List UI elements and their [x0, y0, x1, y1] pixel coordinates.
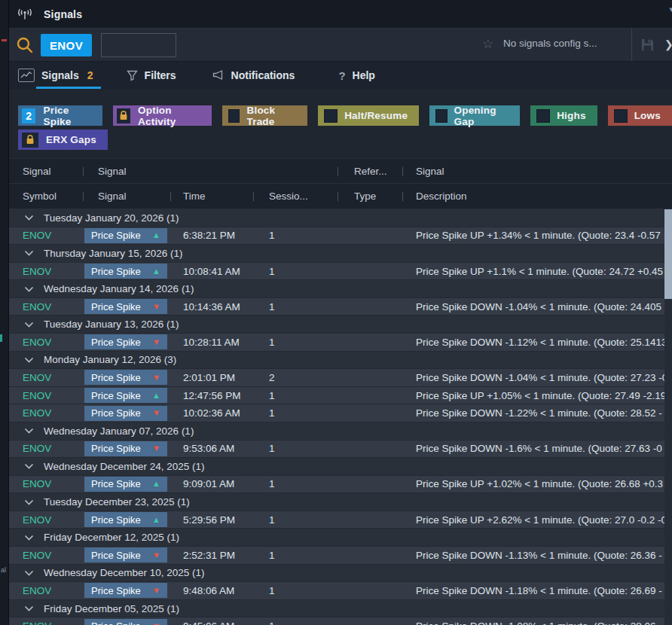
- signal-ref-type: [338, 441, 402, 458]
- signal-symbol: ENOV: [9, 547, 83, 564]
- filter-chip-lows[interactable]: Lows: [608, 105, 672, 126]
- price-spike-chip[interactable]: Price Spike▲: [84, 477, 167, 492]
- date-group-label: Wednesday January 14, 2026 (1): [44, 283, 194, 294]
- signal-time: 12:47:56 PM: [170, 387, 253, 404]
- scrollbar-thumb[interactable]: [664, 209, 672, 299]
- price-spike-chip[interactable]: Price Spike▼: [84, 441, 167, 456]
- signal-row[interactable]: ENOVPrice Spike▼9:48:06 AM1Price Spike D…: [9, 582, 672, 600]
- chevron-down-icon[interactable]: [24, 322, 34, 328]
- signal-session: 1: [253, 617, 338, 625]
- chevron-down-icon[interactable]: [24, 463, 34, 469]
- tab-help[interactable]: ? Help: [338, 62, 375, 89]
- signal-row[interactable]: ENOVPrice Spike▼2:01:01 PM2Price Spike D…: [9, 369, 672, 387]
- date-group-row[interactable]: Wednesday January 14, 2026 (1): [9, 280, 672, 298]
- filter-checkbox[interactable]: [228, 109, 240, 123]
- chevron-down-icon[interactable]: [24, 357, 34, 363]
- signal-row[interactable]: ENOVPrice Spike▲10:08:41 AM1Price Spike …: [9, 263, 672, 281]
- header-session[interactable]: Sessio...: [253, 184, 338, 209]
- lock-icon: [22, 133, 38, 148]
- filter-checkbox[interactable]: [324, 109, 338, 123]
- star-icon[interactable]: ☆: [482, 36, 493, 53]
- header-reference[interactable]: Refer...: [338, 159, 402, 183]
- date-group-label: Thursday January 15, 2026 (1): [44, 248, 183, 259]
- header-signal-group[interactable]: Signal: [83, 159, 338, 183]
- date-group-row[interactable]: Tuesday January 13, 2026 (1): [9, 316, 672, 334]
- price-spike-chip[interactable]: Price Spike▲: [84, 264, 167, 279]
- price-spike-chip[interactable]: Price Spike▼: [84, 406, 167, 421]
- header-signal-group[interactable]: Signal: [402, 159, 672, 183]
- signal-time: 10:14:36 AM: [170, 298, 253, 316]
- price-spike-chip[interactable]: Price Spike▼: [84, 619, 167, 625]
- signal-row[interactable]: ENOVPrice Spike▼10:28:11 AM1Price Spike …: [9, 334, 672, 352]
- background-window-sliver: al: [0, 0, 9, 625]
- filter-chip-opening-gap[interactable]: Opening Gap: [429, 105, 520, 126]
- date-group-row[interactable]: Tuesday December 23, 2025 (1): [9, 493, 672, 511]
- signal-row[interactable]: ENOVPrice Spike▲5:29:56 PM1Price Spike U…: [9, 511, 672, 529]
- price-spike-chip[interactable]: Price Spike▼: [84, 583, 167, 598]
- vertical-scrollbar[interactable]: [664, 209, 672, 625]
- tab-notifications[interactable]: Notifications: [212, 62, 295, 89]
- price-spike-chip[interactable]: Price Spike▼: [84, 299, 167, 314]
- chevron-down-icon[interactable]: [24, 499, 34, 505]
- background-teal-mark: [0, 334, 2, 342]
- date-group-row[interactable]: Wednesday December 10, 2025 (1): [9, 565, 672, 583]
- header-signal-group[interactable]: Signal: [9, 159, 83, 183]
- chevron-down-icon[interactable]: [24, 250, 34, 256]
- price-spike-chip[interactable]: Price Spike▲: [84, 228, 167, 243]
- signal-row[interactable]: ENOVPrice Spike▲9:09:01 AM1Price Spike U…: [9, 476, 672, 494]
- signal-row[interactable]: ENOVPrice Spike▼10:02:36 AM1Price Spike …: [9, 404, 672, 422]
- date-group-row[interactable]: Tuesday January 20, 2026 (1): [9, 209, 672, 227]
- date-group-row[interactable]: Thursday January 15, 2026 (1): [9, 245, 672, 263]
- price-spike-chip[interactable]: Price Spike▲: [84, 388, 167, 403]
- signal-type-cell: Price Spike▲: [83, 476, 170, 493]
- filter-checkbox[interactable]: [614, 109, 628, 123]
- tab-signals[interactable]: Signals 2: [18, 62, 93, 89]
- chevron-down-icon[interactable]: [24, 428, 34, 434]
- filter-chip-price-spike[interactable]: 2Price Spike: [18, 105, 102, 126]
- save-icon[interactable]: [640, 38, 655, 55]
- filter-chip-option-activity[interactable]: Option Activity: [113, 105, 212, 126]
- search-input[interactable]: [101, 33, 176, 57]
- header-description[interactable]: Description: [402, 184, 672, 209]
- chevron-down-icon[interactable]: [24, 535, 34, 541]
- filter-chip-erx-gaps[interactable]: ERX Gaps: [18, 130, 108, 150]
- price-spike-chip[interactable]: Price Spike▲: [84, 512, 167, 527]
- signal-row[interactable]: ENOVPrice Spike▲6:38:21 PM1Price Spike U…: [9, 227, 672, 245]
- signal-row[interactable]: ENOVPrice Spike▼9:45:06 AM1Price Spike D…: [9, 617, 672, 625]
- chevron-down-icon[interactable]: [24, 215, 34, 221]
- chevron-down-icon[interactable]: [24, 605, 34, 611]
- signal-type-cell: Price Spike▼: [83, 334, 170, 351]
- filter-chips-area: 2Price SpikeOption ActivityBlock TradeHa…: [9, 89, 672, 151]
- toolbar-overflow-chevron-icon[interactable]: ❯: [664, 38, 672, 50]
- signal-row[interactable]: ENOVPrice Spike▼9:53:06 AM1Price Spike D…: [9, 441, 672, 459]
- header-type[interactable]: Type: [338, 184, 402, 209]
- filter-chip-row-2: ERX Gaps: [18, 130, 108, 150]
- search-icon[interactable]: [16, 36, 34, 57]
- header-time[interactable]: Time: [170, 184, 253, 209]
- tab-filters[interactable]: Filters: [127, 62, 176, 89]
- signal-time: 9:48:06 AM: [170, 582, 253, 599]
- signal-type-cell: Price Spike▲: [83, 263, 170, 280]
- date-group-row[interactable]: Wednesday January 07, 2026 (1): [9, 422, 672, 441]
- symbol-button[interactable]: ENOV: [41, 34, 92, 56]
- filter-checkbox[interactable]: [536, 109, 550, 123]
- signal-row[interactable]: ENOVPrice Spike▲12:47:56 PM1Price Spike …: [9, 387, 672, 405]
- date-group-row[interactable]: Wednesday December 24, 2025 (1): [9, 458, 672, 476]
- chevron-down-icon[interactable]: [24, 570, 34, 576]
- date-group-row[interactable]: Monday January 12, 2026 (3): [9, 352, 672, 370]
- filter-chip-block-trade[interactable]: Block Trade: [222, 105, 307, 126]
- filter-chip-highs[interactable]: Highs: [530, 105, 597, 126]
- filter-checkbox[interactable]: [435, 109, 447, 123]
- chevron-down-icon[interactable]: [24, 286, 34, 292]
- price-spike-chip[interactable]: Price Spike▼: [84, 547, 167, 562]
- price-spike-chip-label: Price Spike: [91, 478, 141, 489]
- date-group-row[interactable]: Friday December 12, 2025 (1): [9, 529, 672, 547]
- date-group-row[interactable]: Friday December 05, 2025 (1): [9, 600, 672, 618]
- signal-row[interactable]: ENOVPrice Spike▼10:14:36 AM1Price Spike …: [9, 298, 672, 316]
- header-symbol[interactable]: Symbol: [9, 184, 83, 209]
- price-spike-chip[interactable]: Price Spike▼: [84, 334, 167, 349]
- signal-row[interactable]: ENOVPrice Spike▼2:52:31 PM1Price Spike D…: [9, 547, 672, 565]
- price-spike-chip[interactable]: Price Spike▼: [84, 370, 167, 385]
- header-signal[interactable]: Signal: [83, 184, 170, 209]
- filter-chip-halt-resume[interactable]: Halt/Resume: [318, 105, 419, 126]
